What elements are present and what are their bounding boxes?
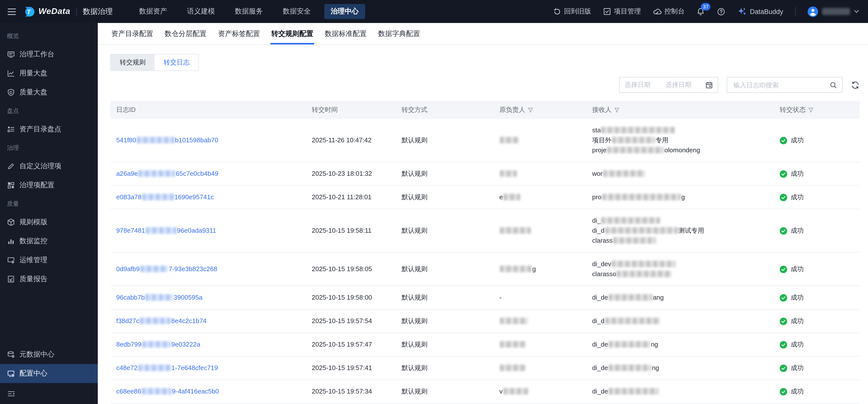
sidebar-item-label: 治理项配置 (20, 181, 54, 190)
receiver-cell: di_deng (586, 333, 774, 356)
status-cell: 成功 (774, 219, 860, 242)
cell-line: di_ (592, 216, 770, 226)
transfer-time-cell: 2025-10-15 19:57:41 (306, 356, 396, 379)
help-button[interactable] (717, 7, 725, 16)
search-input[interactable] (732, 81, 830, 89)
subtab-转交规则[interactable]: 转交规则 (111, 54, 155, 70)
redacted-text (500, 266, 532, 272)
sidebar-item-自定义治理项[interactable]: 自定义治理项 (0, 157, 98, 176)
transfer-time-cell: 2025-10-15 19:57:54 (306, 310, 396, 333)
console-button[interactable]: 控制台 (653, 7, 684, 16)
log-id-link[interactable]: 96cabb7b3900595a (110, 286, 306, 309)
table-row: e083a781690e95741c2025-10-21 11:28:01默认规… (110, 186, 860, 209)
log-id-link[interactable]: 541f80b101598bab70 (110, 129, 306, 152)
success-check-icon (780, 265, 787, 273)
account-menu[interactable] (808, 6, 859, 17)
tab-资产目录配置[interactable]: 资产目录配置 (110, 23, 154, 45)
sidebar-item-元数据中心[interactable]: 元数据中心 (0, 345, 98, 364)
sidebar-item-质量报告[interactable]: 质量报告 (0, 270, 98, 289)
nav-item-数据安全[interactable]: 数据安全 (276, 4, 317, 19)
date-end-input[interactable]: 选择日期 (665, 80, 691, 89)
filter-icon[interactable] (614, 107, 620, 113)
transfer-time-cell: 2025-10-15 19:57:47 (306, 333, 396, 356)
sidebar-item-治理项配置[interactable]: 治理项配置 (0, 176, 98, 195)
sidebar-item-规则模版[interactable]: 规则模版 (0, 213, 98, 232)
log-id-link[interactable]: 978e748196e0ada9311 (110, 219, 306, 242)
redacted-text (601, 127, 675, 133)
nav-item-数据资产[interactable]: 数据资产 (133, 4, 174, 19)
search-icon[interactable] (830, 81, 837, 89)
sidebar-item-质量大盘[interactable]: 质量大盘 (0, 83, 98, 102)
status-label: 成功 (791, 363, 804, 373)
column-label: 原负责人 (499, 105, 525, 114)
redacted-text (142, 341, 171, 348)
cell-line: di_d测试专用 (592, 226, 770, 236)
edit-pencil-icon (7, 162, 15, 170)
cloud-icon (653, 7, 661, 16)
notifications-button[interactable]: 37 (696, 7, 705, 16)
filter-icon[interactable] (528, 107, 533, 113)
databuddy-button[interactable]: DataBuddy (737, 7, 783, 16)
nav-item-治理中心[interactable]: 治理中心 (324, 4, 365, 19)
filter-icon[interactable] (808, 107, 814, 113)
column-label: 转交时间 (312, 105, 338, 114)
sidebar-item-label: 元数据中心 (20, 350, 54, 359)
cell-line: projeolomondeng (592, 145, 770, 155)
sidebar-item-label: 质量报告 (20, 275, 48, 284)
sidebar-section-label: 治理 (0, 139, 98, 157)
sidebar-item-运维管理[interactable]: 运维管理 (0, 251, 98, 270)
transfer-method-cell: 默认规则 (396, 380, 493, 403)
back-to-old-version-button[interactable]: 回到旧版 (553, 7, 591, 16)
tab-数据标准配置[interactable]: 数据标准配置 (324, 23, 368, 45)
date-start-input[interactable]: 选择日期 (625, 80, 651, 89)
log-id-link[interactable]: a26a9e65c7e0cb4b49 (110, 162, 306, 185)
tab-转交规则配置[interactable]: 转交规则配置 (270, 23, 314, 45)
log-id-link[interactable]: 0d9afb97-93e3b823c268 (110, 258, 306, 281)
original-owner-cell (493, 333, 586, 356)
cell-line (499, 135, 582, 145)
receiver-cell: di_deng (586, 356, 774, 379)
success-check-icon (780, 170, 787, 177)
log-id-link[interactable]: c48e721-7e648cfec719 (110, 356, 306, 379)
sidebar-item-资产目录盘点[interactable]: 资产目录盘点 (0, 120, 98, 139)
refresh-button[interactable] (851, 81, 860, 89)
log-id-link[interactable]: 8edb7999e03222a (110, 333, 306, 356)
sidebar-menu: 概览治理工作台用量大盘质量大盘盘点资产目录盘点治理自定义治理项治理项配置质量规则… (0, 27, 98, 289)
hamburger-menu-icon[interactable] (0, 8, 24, 15)
column-header-日志ID: 日志ID (110, 105, 306, 114)
sidebar-item-用量大盘[interactable]: 用量大盘 (0, 64, 98, 83)
tab-数据字典配置[interactable]: 数据字典配置 (377, 23, 421, 45)
status-cell: 成功 (774, 129, 860, 152)
nav-item-数据服务[interactable]: 数据服务 (228, 4, 269, 19)
tab-资产标签配置[interactable]: 资产标签配置 (217, 23, 261, 45)
checklist-icon (603, 7, 611, 16)
transfer-log-table: 日志ID转交时间转交方式原负责人接收人转交状态 541f80b101598bab… (110, 101, 860, 404)
nav-item-语义建模[interactable]: 语义建模 (181, 4, 221, 19)
receiver-cell: prog (586, 186, 774, 209)
original-owner-cell (493, 129, 586, 152)
date-range-picker[interactable]: 选择日期 选择日期 (619, 77, 718, 93)
log-id-link[interactable]: e083a781690e95741c (110, 186, 306, 209)
transfer-method-cell: 默认规则 (396, 258, 493, 281)
project-management-button[interactable]: 项目管理 (603, 7, 641, 16)
log-id-link[interactable]: c68ee869-4af416eac5b0 (110, 380, 306, 403)
bar-chart-icon (7, 237, 15, 245)
redacted-text (607, 147, 664, 153)
transfer-time-cell: 2025-11-26 10:47:42 (306, 129, 396, 152)
sidebar-collapse-button[interactable] (0, 383, 98, 404)
redacted-text (140, 266, 168, 272)
redacted-text (500, 341, 526, 348)
calendar-icon (705, 81, 713, 89)
redacted-text (500, 318, 528, 324)
sidebar-section-label: 盘点 (0, 102, 98, 120)
cell-line: v (499, 386, 582, 397)
sidebar-item-配置中心[interactable]: 配置中心 (0, 364, 98, 383)
log-id-link[interactable]: f38d27c8e4c2c1b74 (110, 310, 306, 333)
sidebar-item-治理工作台[interactable]: 治理工作台 (0, 45, 98, 64)
tab-数仓分层配置[interactable]: 数仓分层配置 (164, 23, 208, 45)
cell-line (499, 340, 582, 350)
subtab-转交日志[interactable]: 转交日志 (155, 54, 198, 70)
transfer-method-cell: 默认规则 (396, 162, 493, 185)
app-window: T WeData 数据治理 数据资产语义建模数据服务数据安全治理中心 回到旧版 … (0, 0, 868, 404)
sidebar-item-数据监控[interactable]: 数据监控 (0, 232, 98, 251)
